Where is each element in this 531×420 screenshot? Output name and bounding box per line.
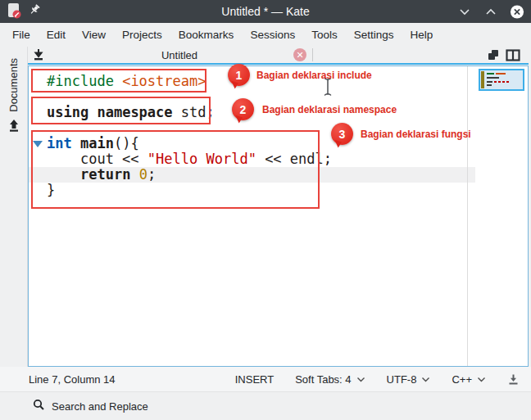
download-arrow-icon[interactable] <box>507 373 520 386</box>
tabbar: Untitled ✕ <box>28 47 531 63</box>
menu-projects[interactable]: Projects <box>114 25 170 44</box>
encoding-dropdown[interactable]: UTF-8 <box>387 373 431 386</box>
menu-edit[interactable]: Edit <box>39 25 74 44</box>
input-mode[interactable]: INSERT <box>235 373 274 386</box>
code-token: int <box>47 135 72 151</box>
code-line[interactable]: int main(){ <box>29 136 528 151</box>
documents-tool-icon <box>7 119 20 136</box>
menu-help[interactable]: Help <box>402 25 441 44</box>
menubar: File Edit View Projects Bookmarks Sessio… <box>0 23 531 47</box>
code-line[interactable] <box>29 89 528 105</box>
sidebar-item-documents[interactable]: Documents <box>7 58 20 136</box>
tab-close-icon[interactable]: ✕ <box>293 48 306 61</box>
code-token <box>130 166 138 183</box>
code-token: std; <box>173 104 215 120</box>
menu-bookmarks[interactable]: Bookmarks <box>170 25 243 44</box>
code-area[interactable]: #include <iostream>using namespace std;i… <box>29 66 528 198</box>
menu-sessions[interactable]: Sessions <box>242 25 303 44</box>
menu-file[interactable]: File <box>4 25 39 44</box>
code-line[interactable]: #include <iostream> <box>29 74 528 89</box>
chevron-down-icon <box>356 377 365 382</box>
fold-marker-icon[interactable] <box>33 141 43 147</box>
tab-mode-dropdown[interactable]: Soft Tabs: 4 <box>295 373 365 386</box>
documents-label: Documents <box>7 58 20 112</box>
code-token: return <box>80 166 130 183</box>
kate-app-icon <box>7 2 21 21</box>
code-line[interactable]: using namespace std; <box>29 105 528 120</box>
open-document-icon[interactable] <box>28 47 49 63</box>
statusbar: Line 7, Column 14 INSERT Soft Tabs: 4 UT… <box>0 367 531 391</box>
chevron-down-icon <box>421 377 430 382</box>
cursor-position[interactable]: Line 7, Column 14 <box>29 373 116 386</box>
minimap-viewport[interactable] <box>479 69 524 91</box>
menu-tools[interactable]: Tools <box>303 25 346 44</box>
tab-mode-value: Soft Tabs: 4 <box>295 373 351 386</box>
code-token <box>72 135 80 151</box>
code-token: <iostream> <box>122 73 206 89</box>
menu-view[interactable]: View <box>74 25 114 44</box>
code-editor[interactable]: #include <iostream>using namespace std;i… <box>28 65 529 367</box>
code-token <box>88 104 97 120</box>
kate-window: Untitled * — Kate File Edit View Project… <box>0 0 531 420</box>
search-replace-label: Search and Replace <box>52 400 148 413</box>
code-line[interactable] <box>29 120 528 136</box>
split-view-icon[interactable] <box>503 47 523 63</box>
code-token: using <box>47 104 88 120</box>
code-token: ; <box>148 166 156 183</box>
titlebar[interactable]: Untitled * — Kate <box>0 0 531 23</box>
close-icon[interactable] <box>510 4 524 19</box>
code-token: << endl; <box>256 151 332 167</box>
tab-label: Untitled <box>161 49 197 61</box>
search-icon <box>33 399 45 413</box>
code-token: namespace <box>97 104 172 120</box>
code-token: (){ <box>114 135 139 151</box>
window-title: Untitled * — Kate <box>0 5 531 18</box>
tab-separator <box>312 48 313 61</box>
active-tab-indicator <box>28 63 529 65</box>
code-line[interactable]: cout << "Hello World" << endl; <box>29 151 528 167</box>
code-line[interactable]: return 0; <box>29 167 528 183</box>
code-token: "Hello World" <box>148 151 256 167</box>
document-switcher-icon[interactable] <box>483 47 503 63</box>
code-token: } <box>47 182 55 198</box>
maximize-icon[interactable] <box>483 4 498 19</box>
code-token: 0 <box>139 166 148 183</box>
code-token: main <box>80 135 114 151</box>
language-dropdown[interactable]: C++ <box>452 373 486 386</box>
left-toolview-sidebar: Documents <box>0 47 28 367</box>
code-token <box>114 73 122 89</box>
language-value: C++ <box>452 373 472 386</box>
scrollbar-minimap[interactable] <box>477 66 528 366</box>
encoding-value: UTF-8 <box>387 373 417 386</box>
code-line[interactable]: } <box>29 183 528 198</box>
menu-settings[interactable]: Settings <box>346 25 402 44</box>
editor-scroll-divider <box>467 66 468 366</box>
minimize-icon[interactable] <box>457 4 472 19</box>
tab-untitled[interactable]: Untitled ✕ <box>49 47 310 63</box>
code-token: cout << <box>47 151 148 167</box>
search-replace-bar[interactable]: Search and Replace <box>0 391 531 420</box>
code-token <box>47 166 80 183</box>
minimap-modified-marker <box>481 71 484 88</box>
code-token: #include <box>47 73 114 89</box>
pin-icon[interactable] <box>29 4 41 19</box>
chevron-down-icon <box>477 377 486 382</box>
